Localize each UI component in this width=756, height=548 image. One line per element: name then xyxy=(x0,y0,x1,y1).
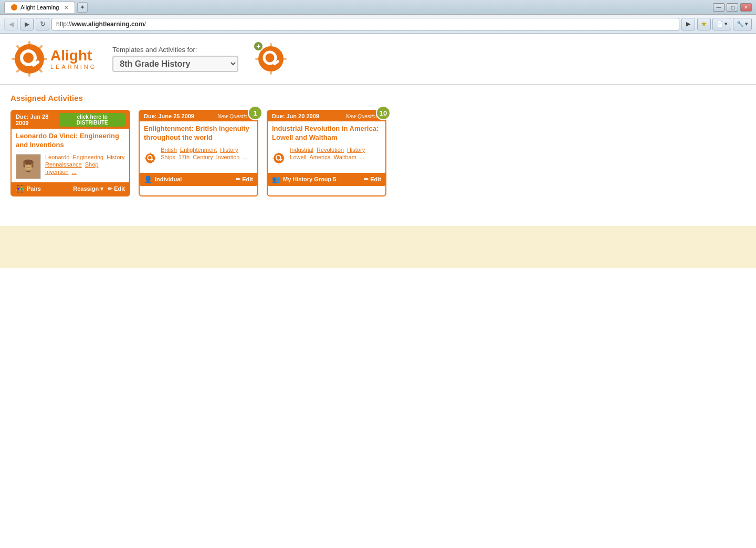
activities-grid: Due: Jun 28 2009 click here to DISTRIBUT… xyxy=(10,110,746,197)
tag-industrial[interactable]: Industrial xyxy=(290,147,313,153)
card-2-tags: British Enlightenment History Ships 17th… xyxy=(161,147,253,160)
tag-more-1[interactable]: ... xyxy=(72,169,77,175)
tag-ships[interactable]: Ships xyxy=(161,154,175,160)
forward-button[interactable]: ▶ xyxy=(20,18,34,30)
restore-button[interactable]: ◻ xyxy=(727,3,738,12)
card-1-header: Due: Jun 28 2009 click here to DISTRIBUT… xyxy=(12,111,129,129)
title-bar: Alight Learning ✕ ✦ — ◻ ✕ xyxy=(0,0,756,15)
page-button[interactable]: 📄▾ xyxy=(712,18,731,30)
card-3-body: Industrial Revolution History Lowell Ame… xyxy=(268,144,385,173)
svg-rect-26 xyxy=(150,152,151,153)
card-3-edit-button[interactable]: ✏ Edit xyxy=(364,176,381,183)
card-3-title: Industrial Revolution in America: Lowell… xyxy=(268,121,385,144)
card-1-edit-button[interactable]: ✏ Edit xyxy=(108,185,125,192)
edit-pencil-icon-2: ✏ xyxy=(236,176,240,183)
refresh-button[interactable]: ↻ xyxy=(36,18,49,30)
tag-history-1[interactable]: History xyxy=(107,154,124,160)
page-icon: 📄 xyxy=(716,20,723,27)
svg-point-8 xyxy=(15,44,44,74)
subject-select[interactable]: 8th Grade History 7th Grade History 6th … xyxy=(112,56,238,72)
tools-button[interactable]: 🔧▾ xyxy=(733,18,752,30)
url-suffix: / xyxy=(144,20,146,28)
tag-shop[interactable]: Shop xyxy=(85,161,99,168)
logo-alight-text: Alight xyxy=(50,48,97,64)
card-2-body: British Enlightenment History Ships 17th… xyxy=(140,144,257,173)
back-button[interactable]: ◀ xyxy=(4,18,18,30)
window-controls: — ◻ ✕ xyxy=(713,3,752,12)
card-2-due: Due: June 25 2009 xyxy=(144,113,194,119)
activity-card-2: 1 Due: June 25 2009 New Questions Enligh… xyxy=(139,110,258,197)
toolbar-right: ★ 📄▾ 🔧▾ xyxy=(697,18,752,30)
card-2-assignment-type: 👤 Individual xyxy=(144,175,182,183)
minimize-button[interactable]: — xyxy=(713,3,724,12)
logo-learning-text: LEARNING xyxy=(50,64,97,70)
card-1-type-label: Pairs xyxy=(27,185,41,192)
tag-more-3[interactable]: ... xyxy=(360,154,364,160)
tag-history-3[interactable]: History xyxy=(347,147,365,153)
tag-invention-1[interactable]: Invention xyxy=(45,169,69,175)
card-1-distribute-button[interactable]: click here to DISTRIBUTE xyxy=(59,113,125,127)
tag-history-2[interactable]: History xyxy=(220,147,238,153)
main-content: Assigned Activities Due: Jun 28 2009 cli… xyxy=(0,85,756,205)
svg-rect-27 xyxy=(150,163,151,164)
edit-pencil-icon: ✏ xyxy=(108,185,112,192)
tag-more-2[interactable]: ... xyxy=(243,154,247,160)
svg-rect-34 xyxy=(278,163,279,165)
section-title: Assigned Activities xyxy=(10,94,746,102)
tag-enlightenment[interactable]: Enlightenment xyxy=(180,147,217,153)
address-bar[interactable]: http://www.alightlearning.com/ xyxy=(51,18,679,30)
svg-rect-35 xyxy=(272,158,274,159)
tab-close-btn[interactable]: ✕ xyxy=(64,5,68,11)
svg-rect-28 xyxy=(144,158,145,159)
tag-invention-2[interactable]: Invention xyxy=(216,154,240,160)
card-2-logo-icon xyxy=(144,147,156,170)
edit-pencil-icon-3: ✏ xyxy=(364,176,369,183)
tag-century[interactable]: Century xyxy=(193,154,213,160)
card-2-edit-button[interactable]: ✏ Edit xyxy=(236,176,253,183)
card-1-body: Leonardo Engineering History Rennaissanc… xyxy=(12,152,129,182)
card-1-tags: Leonardo Engineering History Rennaissanc… xyxy=(45,154,125,175)
tag-british[interactable]: British xyxy=(161,147,177,153)
group-icon: 👥 xyxy=(272,175,280,183)
card-3-logo-icon xyxy=(272,147,286,170)
card-3-header: Due: Jun 20 2009 New Questions xyxy=(268,111,385,121)
browser-chrome: Alight Learning ✕ ✦ — ◻ ✕ ◀ ▶ ↻ http://w… xyxy=(0,0,756,34)
tag-america[interactable]: America xyxy=(309,154,330,160)
card-2-footer: 👤 Individual ✏ Edit xyxy=(140,173,257,186)
logo-icon xyxy=(10,40,48,78)
card-2-type-label: Individual xyxy=(155,176,182,182)
tab-favicon xyxy=(11,4,17,11)
tag-engineering[interactable]: Engineering xyxy=(73,154,104,160)
svg-rect-24 xyxy=(23,161,25,168)
tag-waltham[interactable]: Waltham xyxy=(334,154,356,160)
tab-title: Alight Learning xyxy=(20,4,59,11)
close-button[interactable]: ✕ xyxy=(740,3,752,12)
reassign-chevron: ▾ xyxy=(100,185,103,192)
browser-tab[interactable]: Alight Learning ✕ xyxy=(4,2,75,13)
card-3-due: Due: Jun 20 2009 xyxy=(272,113,319,119)
card-3-new-badge: 10 xyxy=(376,106,391,120)
new-tab-button[interactable]: ✦ xyxy=(77,2,88,13)
templates-label: Templates and Activities for: xyxy=(112,46,238,54)
url-domain: www.alightlearning.com xyxy=(72,20,144,28)
header-action-icon[interactable]: + xyxy=(254,42,288,76)
svg-rect-36 xyxy=(284,158,286,159)
card-1-reassign-button[interactable]: Reassign ▾ xyxy=(73,185,103,192)
tag-rennaissance[interactable]: Rennaissance xyxy=(45,161,82,168)
bookmark-button[interactable]: ★ xyxy=(697,18,711,30)
card-1-title: Leonardo Da Vinci: Engineering and Inven… xyxy=(12,129,129,152)
star-icon: ★ xyxy=(701,20,707,28)
svg-rect-25 xyxy=(32,161,34,168)
tag-revolution[interactable]: Revolution xyxy=(317,147,344,153)
individual-icon: 👤 xyxy=(144,175,152,183)
logo-area: Alight LEARNING xyxy=(10,40,97,78)
tag-lowell[interactable]: Lowell xyxy=(290,154,306,160)
card-1-due: Due: Jun 28 2009 xyxy=(16,113,59,126)
logo-text-area: Alight LEARNING xyxy=(50,48,97,70)
url-prefix: http:// xyxy=(56,20,72,28)
tag-leonardo[interactable]: Leonardo xyxy=(45,154,70,160)
card-2-header: Due: June 25 2009 New Questions xyxy=(140,111,257,121)
go-button[interactable]: ▶ xyxy=(681,18,695,30)
tag-17th[interactable]: 17th xyxy=(178,154,190,160)
wrench-icon: 🔧 xyxy=(737,20,744,27)
